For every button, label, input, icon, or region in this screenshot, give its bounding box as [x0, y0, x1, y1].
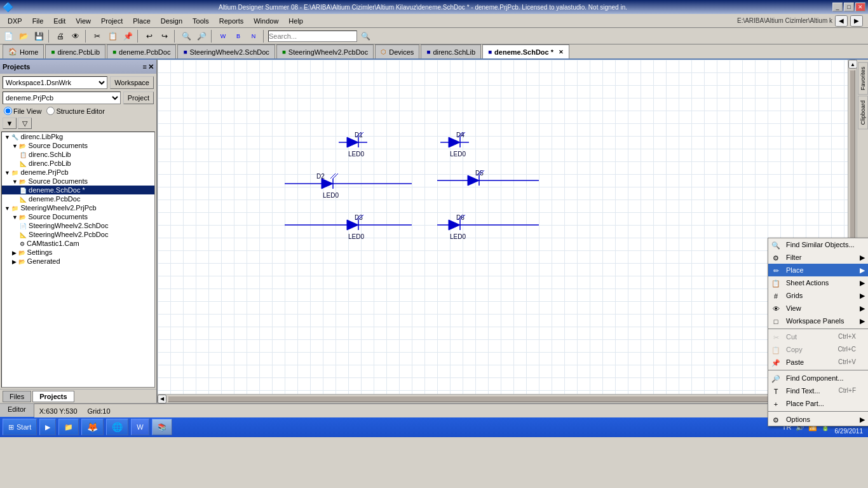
menu-dxp[interactable]: DXP: [3, 16, 27, 26]
options-button[interactable]: ▽: [18, 118, 32, 129]
editor-tab[interactable]: Editor: [0, 403, 34, 417]
structure-editor-radio[interactable]: Structure Editor: [46, 107, 104, 115]
tb-bus[interactable]: B: [231, 29, 245, 43]
workspace-select[interactable]: Workspace1.DsnWrk: [3, 76, 107, 89]
menu-project[interactable]: Project: [96, 16, 128, 26]
tree-item[interactable]: ▼ 📂 Source Documents: [2, 177, 154, 186]
tab-deneme-schdoc[interactable]: ■ deneme.SchDoc * ✕: [482, 44, 569, 58]
tb-paste[interactable]: 📌: [121, 29, 135, 43]
tree-item[interactable]: ▼ 🔧 direnc.LibPkg: [2, 132, 154, 141]
ctx-view[interactable]: 👁 View ▶: [768, 302, 868, 315]
tb-cut[interactable]: ✂: [90, 29, 104, 43]
tree-item[interactable]: ⚙ CAMtastic1.Cam: [2, 239, 154, 248]
tb-open[interactable]: 📂: [17, 29, 31, 43]
taskbar-app-ie[interactable]: 🌐: [106, 419, 128, 435]
tb-net[interactable]: N: [247, 29, 261, 43]
taskbar-app-explorer[interactable]: 📁: [58, 419, 79, 435]
menu-edit[interactable]: Edit: [48, 16, 71, 26]
menu-reports[interactable]: Reports: [214, 16, 249, 26]
taskbar-app-altium[interactable]: 📚: [152, 419, 172, 435]
ctx-find-similar[interactable]: 🔍 Find Similar Objects...: [768, 238, 868, 251]
ctx-options[interactable]: ⚙ Options ▶: [768, 413, 868, 426]
tab-close-icon[interactable]: ✕: [559, 49, 564, 55]
taskbar-app-media[interactable]: ▶: [39, 419, 56, 435]
panel-menu-icon[interactable]: ≡: [143, 63, 147, 71]
clipboard-button[interactable]: Clipboard: [858, 96, 868, 130]
tree-item[interactable]: ▼ 📂 Source Documents: [2, 212, 154, 221]
tb-wire[interactable]: W: [216, 29, 230, 43]
close-button[interactable]: ✕: [855, 3, 865, 11]
projects-tab[interactable]: Projects: [32, 391, 74, 402]
tree-item[interactable]: ▶ 📂 Settings: [2, 248, 154, 257]
panel-close-icon[interactable]: ✕: [148, 63, 154, 71]
project-select[interactable]: deneme.PrjPcb: [3, 92, 121, 104]
tree-item[interactable]: 📄 deneme.SchDoc *: [2, 186, 154, 194]
tb-undo[interactable]: ↩: [142, 29, 156, 43]
bottom-tabbar: Files Projects: [0, 389, 156, 403]
tb-zoom-in[interactable]: 🔍: [179, 29, 193, 43]
menu-help[interactable]: Help: [283, 16, 308, 26]
tree-item[interactable]: ▼ 📁 deneme.PrjPcb: [2, 168, 154, 177]
ctx-workspace-panels[interactable]: □ Workspace Panels ▶: [768, 315, 868, 327]
favorites-button[interactable]: Favorites: [858, 62, 868, 95]
tab-direnc-schlib[interactable]: ■ direnc.SchLib: [421, 44, 481, 58]
tb-search[interactable]: 🔍: [358, 29, 372, 43]
tb-preview[interactable]: 👁: [69, 29, 83, 43]
maximize-button[interactable]: □: [844, 3, 854, 11]
menu-tools[interactable]: Tools: [187, 16, 214, 26]
tab-home[interactable]: 🏠 Home: [3, 44, 44, 58]
tree-item[interactable]: 📄 SteeringWheelv2.SchDoc: [2, 221, 154, 230]
tb-zoom-out[interactable]: 🔎: [194, 29, 208, 43]
menu-design[interactable]: Design: [156, 16, 187, 26]
tb-redo[interactable]: ↪: [158, 29, 172, 43]
tab-steering-pcbdoc[interactable]: ■ SteeringWheelv2.PcbDoc: [276, 44, 374, 58]
grid-display: Grid:10: [88, 407, 111, 415]
tab-steering-schdoc[interactable]: ■ SteeringWheelv2.SchDoc: [177, 44, 275, 58]
tree-item[interactable]: 📐 SteeringWheelv2.PcbDoc: [2, 230, 154, 239]
tree-item[interactable]: 📐 deneme.PcbDoc: [2, 194, 154, 203]
h-scrollbar[interactable]: ◀ ▶: [158, 394, 848, 403]
file-view-radio[interactable]: File View: [4, 107, 41, 115]
pcbdoc-icon: ■: [112, 48, 116, 55]
start-button[interactable]: ⊞ Start: [3, 419, 37, 435]
ctx-sheet-actions[interactable]: 📋 Sheet Actions ▶: [768, 276, 868, 289]
path-back-button[interactable]: ◀: [835, 15, 848, 27]
taskbar-app-firefox[interactable]: 🦊: [81, 419, 104, 435]
tab-direnc-pcblib[interactable]: ■ direnc.PcbLib: [45, 44, 105, 58]
search-input[interactable]: [268, 30, 357, 42]
ctx-place[interactable]: ✏ Place ▶: [768, 264, 868, 276]
menu-window[interactable]: Window: [248, 16, 283, 26]
tb-save[interactable]: 💾: [32, 29, 46, 43]
ctx-find-component[interactable]: 🔎 Find Component...: [768, 372, 868, 384]
hscroll-left[interactable]: ◀: [158, 395, 166, 403]
menu-view[interactable]: View: [71, 16, 96, 26]
tb-copy[interactable]: 📋: [105, 29, 119, 43]
tree-item[interactable]: 📐 direnc.PcbLib: [2, 159, 154, 168]
tab-devices[interactable]: ⬡ Devices: [375, 44, 419, 58]
taskbar-app-word[interactable]: W: [131, 419, 149, 435]
files-tab[interactable]: Files: [3, 391, 31, 402]
hscroll-thumb[interactable]: [168, 396, 837, 402]
schematic-canvas[interactable]: D1 LED0 D2: [158, 60, 848, 394]
ctx-place-part[interactable]: + Place Part...: [768, 397, 868, 410]
ctx-paste[interactable]: 📌 Paste Ctrl+V: [768, 356, 868, 369]
menu-file[interactable]: File: [27, 16, 49, 26]
minimize-button[interactable]: _: [832, 3, 843, 11]
ctx-filter[interactable]: ⚙ Filter ▶: [768, 251, 868, 264]
tree-item[interactable]: ▶ 📂 Generated: [2, 257, 154, 266]
tb-print[interactable]: 🖨: [53, 29, 67, 43]
menu-place[interactable]: Place: [128, 16, 156, 26]
tab-deneme-pcbdoc[interactable]: ■ deneme.PcbDoc: [107, 44, 176, 58]
component-d3: D3 LED0: [339, 214, 367, 240]
vscroll-up[interactable]: ▲: [848, 60, 857, 69]
ctx-find-text[interactable]: T Find Text... Ctrl+F: [768, 384, 868, 397]
path-fwd-button[interactable]: ▶: [850, 15, 863, 27]
workspace-button[interactable]: Workspace: [110, 76, 154, 89]
tree-item[interactable]: ▼ 📁 SteeringWheelv2.PrjPcb: [2, 203, 154, 212]
tb-new[interactable]: 📄: [1, 29, 15, 43]
tree-item[interactable]: ▼ 📂 Source Documents: [2, 141, 154, 150]
tree-item[interactable]: 📋 direnc.SchLib: [2, 150, 154, 159]
ctx-grids[interactable]: # Grids ▶: [768, 289, 868, 302]
project-button[interactable]: Project: [123, 92, 154, 104]
expand-button[interactable]: ▼: [3, 118, 17, 129]
